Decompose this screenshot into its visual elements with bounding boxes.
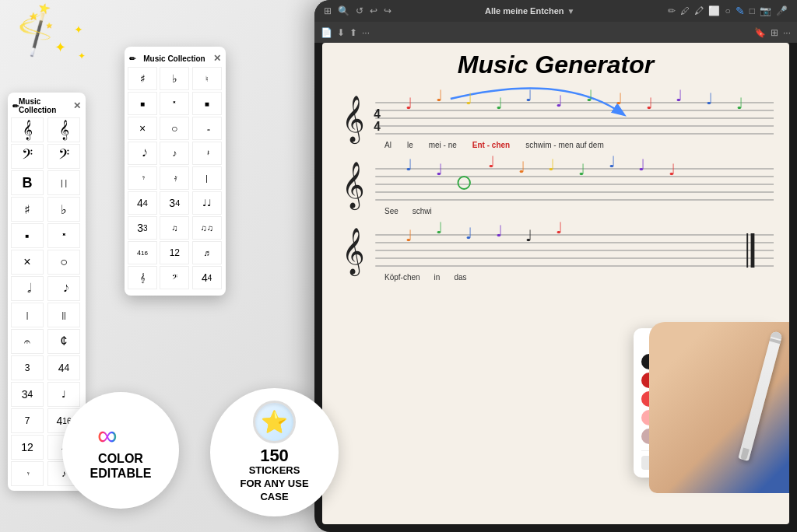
- sticker-cell[interactable]: 𝄺: [47, 223, 80, 248]
- close-icon-small[interactable]: ✕: [73, 100, 81, 111]
- grid-icon[interactable]: ⊞: [324, 5, 332, 16]
- sticker-cell-lg[interactable]: ♬: [192, 241, 222, 264]
- lasso-icon[interactable]: ○: [725, 5, 730, 16]
- sticker-cell-lg[interactable]: ♯: [128, 67, 157, 90]
- share-icon[interactable]: ⬆: [349, 27, 357, 38]
- sticker-cell-lg[interactable]: ■: [192, 92, 222, 115]
- sticker-cell[interactable]: ♩: [47, 382, 80, 407]
- apple-pencil: [738, 331, 783, 461]
- sticker-cell[interactable]: 44: [47, 355, 80, 380]
- highlighter-icon[interactable]: 🖍: [694, 5, 704, 16]
- lyric: das: [454, 273, 466, 282]
- pencil-tool-icon[interactable]: ✏: [668, 5, 676, 16]
- sticker-cell-lg[interactable]: ○: [160, 117, 189, 140]
- sticker-cell-lg[interactable]: ♭: [160, 67, 189, 90]
- close-icon-large[interactable]: ✕: [213, 53, 221, 64]
- sticker-cell-lg[interactable]: 33: [128, 216, 157, 240]
- sticker-cell-lg[interactable]: 416: [128, 241, 157, 264]
- sticker-cell[interactable]: ¢: [47, 329, 80, 354]
- grid2-icon[interactable]: ⊞: [771, 27, 778, 38]
- undo-icon[interactable]: ↩: [370, 5, 377, 16]
- sticker-cell-lg[interactable]: 44: [192, 266, 222, 289]
- panel-small-title: Music Collection: [19, 97, 73, 114]
- sticker-cell-lg[interactable]: ■: [128, 92, 157, 115]
- sticker-count: 150: [260, 447, 289, 464]
- bookmark-icon[interactable]: 🔖: [754, 27, 766, 38]
- lyric: mei - ne: [429, 141, 457, 149]
- star-icon-2: ✦: [74, 23, 83, 36]
- sticker-cell[interactable]: 𝄞: [47, 117, 80, 142]
- sticker-cell-lg[interactable]: 12: [160, 241, 189, 264]
- sticker-cell[interactable]: 12: [11, 435, 44, 460]
- sticker-cell[interactable]: 𝄾: [11, 461, 44, 486]
- sticker-cell-lg[interactable]: ♮: [192, 67, 222, 90]
- sticker-cell-lg[interactable]: 𝄾: [128, 166, 157, 190]
- sticker-cell-lg[interactable]: 𝄿: [160, 166, 189, 190]
- sticker-cell[interactable]: 𝅘𝅥𝅮: [47, 276, 80, 301]
- redo-icon[interactable]: ↪: [384, 5, 391, 16]
- infinity-icon: ∞: [93, 420, 148, 451]
- sticker-cell-lg[interactable]: ♩♩: [192, 191, 222, 215]
- sticker-cell-lg[interactable]: 𝄞: [128, 266, 157, 289]
- sticker-cell[interactable]: | |: [47, 170, 80, 195]
- sticker-cell[interactable]: 34: [11, 382, 44, 407]
- sticker-cell[interactable]: ×: [11, 250, 44, 275]
- shapes-icon[interactable]: □: [750, 5, 755, 16]
- svg-text:♩: ♩: [465, 90, 472, 107]
- sticker-cell-lg[interactable]: ♪: [160, 142, 189, 165]
- sticker-cell[interactable]: 𝄞: [11, 117, 44, 142]
- svg-text:♩: ♩: [525, 227, 532, 244]
- sticker-cell[interactable]: ♭: [47, 197, 80, 222]
- sticker-cell-lg[interactable]: |: [192, 166, 222, 190]
- refresh-icon[interactable]: ↺: [356, 5, 363, 16]
- svg-text:𝄞: 𝄞: [342, 96, 364, 144]
- sticker-cell-lg[interactable]: ♫♫: [192, 216, 222, 240]
- sticker-cell-lg[interactable]: 44: [128, 191, 157, 215]
- app-name-label: Alle meine Entchen: [485, 6, 564, 16]
- star-icon-3: ✦: [78, 51, 86, 61]
- sticker-cell-lg[interactable]: 𝅘𝅥𝅮: [128, 142, 157, 165]
- lyric: schwim - men auf dem: [525, 141, 604, 149]
- svg-text:♩: ♩: [518, 159, 525, 176]
- sticker-grid-large: ♯ ♭ ♮ ■ 𝄺 ■ × ○ 𝅝 𝅘𝅥𝅮 ♪ 𝄽 𝄾 𝄿 | 44 34 ♩♩…: [128, 67, 223, 289]
- active-tool-icon[interactable]: ✎: [736, 5, 745, 17]
- sticker-cell[interactable]: 𝄐: [11, 329, 44, 354]
- sticker-cell[interactable]: ||: [47, 303, 80, 327]
- sticker-cell-lg[interactable]: 𝄢: [160, 266, 189, 289]
- sticker-cell[interactable]: ○: [47, 250, 80, 275]
- svg-text:♩: ♩: [706, 90, 713, 107]
- pen-tool-icon[interactable]: 🖊: [680, 5, 690, 16]
- hand-pencil-area: [649, 322, 789, 493]
- sticker-cell-lg[interactable]: ♫: [160, 216, 189, 240]
- sticker-cell-lg[interactable]: ×: [128, 117, 157, 140]
- sticker-cell[interactable]: ■: [11, 223, 44, 248]
- chevron-down-icon[interactable]: ▼: [567, 7, 575, 16]
- sticker-cell-lg[interactable]: 𝄺: [160, 92, 189, 115]
- sticker-cell[interactable]: 𝄢: [47, 144, 80, 169]
- pencil-icon: ✏: [12, 102, 19, 110]
- svg-text:♩: ♩: [736, 95, 743, 112]
- sticker-cell-lg[interactable]: 𝄽: [192, 142, 222, 165]
- camera-icon[interactable]: 📷: [760, 5, 771, 16]
- sticker-cell[interactable]: 𝅗𝅥: [11, 276, 44, 301]
- color-editable-line1: COLOR: [90, 451, 152, 466]
- sticker-cell[interactable]: 3: [11, 355, 44, 380]
- sticker-text: STICKERS FOR ANY USE CASE: [240, 464, 308, 504]
- sticker-cell-lg[interactable]: 34: [160, 191, 189, 215]
- import-icon[interactable]: ⬇: [337, 27, 345, 38]
- sticker-cell-lg[interactable]: 𝅝: [192, 117, 222, 140]
- sticker-cell[interactable]: 𝄢: [11, 144, 44, 169]
- ellipsis-icon[interactable]: ···: [362, 27, 370, 38]
- svg-text:♩: ♩: [556, 219, 563, 236]
- doc-icon[interactable]: 📄: [321, 27, 332, 38]
- sticker-cell[interactable]: ♯: [11, 197, 44, 222]
- stickers-badge: ⭐ 150 STICKERS FOR ANY USE CASE: [210, 388, 339, 516]
- badge-icon-container: ⭐: [253, 401, 296, 443]
- mic-icon[interactable]: 🎤: [776, 5, 788, 16]
- sticker-cell[interactable]: |: [11, 303, 44, 327]
- sticker-cell[interactable]: B: [11, 170, 44, 195]
- search-icon[interactable]: 🔍: [338, 5, 349, 16]
- eraser-icon[interactable]: ⬜: [708, 5, 720, 16]
- more-icon[interactable]: ···: [783, 27, 791, 38]
- sticker-cell[interactable]: 7: [11, 408, 44, 433]
